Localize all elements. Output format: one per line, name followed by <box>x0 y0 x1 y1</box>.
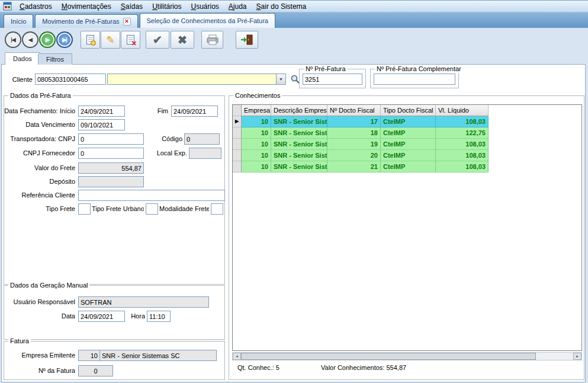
grid-row[interactable]: 10 SNR - Senior Sistem 21 CteIMP 108,03 <box>233 161 581 173</box>
menu-item-sair[interactable]: Sair do Sistema <box>252 2 311 11</box>
grid-row[interactable]: 10 SNR - Senior Sistem 20 CteIMP 108,03 <box>233 150 581 161</box>
geracao-data-input[interactable] <box>78 311 125 322</box>
grid-cell[interactable]: 10 <box>242 150 271 161</box>
print-button[interactable] <box>201 31 223 49</box>
grid-cell[interactable]: CteIMP <box>381 139 436 150</box>
column-header-empresa[interactable]: Empresa <box>242 105 271 116</box>
grid-cell[interactable]: 108,03 <box>436 150 489 161</box>
conhecimentos-grid[interactable]: Empresa Descrição Empresa Nº Docto Fisca… <box>232 104 582 351</box>
data-fechamento-inicio-input[interactable] <box>78 106 125 117</box>
pre-fatura-complementar-group: Nº Pré-Fatura Complementar <box>370 69 459 88</box>
fatura-group-title: Fatura <box>8 337 31 345</box>
grid-cell[interactable]: 108,03 <box>436 116 489 127</box>
menu-item-cadastros[interactable]: Cadastros <box>15 2 57 11</box>
insert-record-button[interactable] <box>81 31 100 49</box>
tipo-frete-urbano-label: Tipo Frete Urbano <box>92 203 144 215</box>
tipo-frete-input[interactable] <box>78 203 91 215</box>
numero-fatura-input[interactable] <box>78 365 113 376</box>
geracao-manual-group: Dados da Geração Manual Usuário Responsá… <box>4 285 225 340</box>
grid-row[interactable]: ▶ 10 SNR - Senior Sistem 17 CteIMP 108,0… <box>233 116 581 127</box>
last-record-button[interactable]: ▶| <box>56 31 73 48</box>
column-header-descricao-empresa[interactable]: Descrição Empresa <box>271 105 327 116</box>
grid-row[interactable]: 10 SNR - Senior Sistem 18 CteIMP 122,75 <box>233 127 581 139</box>
hora-input[interactable] <box>147 311 171 322</box>
modalidade-frete-input[interactable] <box>211 203 223 215</box>
grid-cell[interactable]: 10 <box>242 116 271 127</box>
pre-fatura-input[interactable] <box>303 74 362 85</box>
grid-cell[interactable]: 10 <box>242 127 271 139</box>
tab-movimento-pre-faturas[interactable]: Movimento de Pré-Faturas ✕ <box>35 14 137 28</box>
tab-inicio[interactable]: Início <box>4 14 33 28</box>
grid-cell[interactable]: SNR - Senior Sistem <box>271 161 327 173</box>
exit-button[interactable] <box>236 31 258 49</box>
tab-label: Seleção de Conhecimentos da Pré-Fatura <box>147 17 268 24</box>
local-exp-input[interactable] <box>189 148 221 159</box>
first-record-button[interactable]: |◀ <box>5 31 21 48</box>
usuario-responsavel-input[interactable] <box>78 296 209 308</box>
confirm-button[interactable]: ✔ <box>146 31 169 49</box>
prior-record-button[interactable]: ◀ <box>22 31 38 48</box>
grid-cell[interactable]: CteIMP <box>381 161 436 173</box>
scrollbar-thumb[interactable] <box>241 353 536 360</box>
column-header-tipo-docto-fiscal[interactable]: Tipo Docto Fiscal <box>381 105 436 116</box>
grid-cell[interactable]: 18 <box>327 127 381 139</box>
grid-cell[interactable]: SNR - Senior Sistem <box>271 127 327 139</box>
data-fechamento-fim-input[interactable] <box>171 106 218 117</box>
tab-filtros[interactable]: Filtros <box>38 53 72 65</box>
close-tab-icon[interactable]: ✕ <box>123 18 131 25</box>
grid-cell[interactable]: 108,03 <box>436 161 489 173</box>
pre-fatura-complementar-input[interactable] <box>374 74 455 85</box>
grid-cell[interactable]: 19 <box>327 139 381 150</box>
grid-cell[interactable]: 108,03 <box>436 139 489 150</box>
valor-frete-input[interactable] <box>78 162 144 174</box>
grid-cell[interactable]: SNR - Senior Sistem <box>271 150 327 161</box>
grid-cell[interactable]: CteIMP <box>381 150 436 161</box>
grid-cell[interactable]: CteIMP <box>381 127 436 139</box>
menu-item-utilitarios[interactable]: Utilitários <box>147 2 186 11</box>
grid-row[interactable]: 10 SNR - Senior Sistem 19 CteIMP 108,03 <box>233 139 581 150</box>
column-header-vl-liquido[interactable]: Vl. Líquido <box>436 105 489 116</box>
grid-cell[interactable]: 20 <box>327 150 381 161</box>
edit-record-button[interactable]: ✎ <box>101 31 120 49</box>
tab-selecao-conhecimentos[interactable]: Seleção de Conhecimentos da Pré-Fatura <box>140 13 275 28</box>
menu-item-saidas[interactable]: Saídas <box>116 2 147 11</box>
pencil-icon: ✎ <box>106 35 114 45</box>
grid-cell[interactable]: 122,75 <box>436 127 489 139</box>
codigo-input[interactable] <box>184 133 220 145</box>
grid-cell[interactable]: 17 <box>327 116 381 127</box>
menu-item-usuarios[interactable]: Usuários <box>186 2 223 11</box>
data-vencimento-input[interactable] <box>78 119 125 130</box>
grid-cell[interactable]: CteIMP <box>381 116 436 127</box>
cliente-combobox-value <box>108 74 276 84</box>
chevron-down-icon[interactable]: ▼ <box>276 74 285 84</box>
toolbar: |◀ ◀ ▶ ▶| ✎ ✕ ✔ ✖ <box>0 28 588 65</box>
tipo-frete-urbano-input[interactable] <box>146 203 158 215</box>
grid-cell[interactable]: SNR - Senior Sistem <box>271 116 327 127</box>
cliente-label: Cliente <box>9 74 33 85</box>
scrollbar-track[interactable] <box>536 353 573 360</box>
cliente-codigo-input[interactable] <box>35 74 106 85</box>
grid-cell[interactable]: 21 <box>327 161 381 173</box>
grid-horizontal-scrollbar[interactable]: ◄ ► <box>232 352 582 360</box>
next-record-button[interactable]: ▶ <box>39 31 56 48</box>
empresa-emitente-codigo-input[interactable] <box>78 350 100 361</box>
grid-cell[interactable]: 10 <box>242 161 271 173</box>
menu-item-movimentacoes[interactable]: Movimentações <box>57 2 116 11</box>
tab-dados[interactable]: Dados <box>5 52 40 65</box>
scroll-left-icon[interactable]: ◄ <box>233 353 241 360</box>
cliente-combobox[interactable]: ▼ <box>107 74 286 85</box>
menu-item-ajuda[interactable]: Ajuda <box>224 2 252 11</box>
grid-cell[interactable]: SNR - Senior Sistem <box>271 139 327 150</box>
transportadora-cnpj-input[interactable] <box>78 133 144 145</box>
cnpj-fornecedor-input[interactable] <box>78 148 144 159</box>
fatura-group: Fatura Empresa Emitente Nº da Fatura <box>4 341 225 380</box>
deposito-input[interactable] <box>78 176 144 187</box>
cancel-button[interactable]: ✖ <box>171 31 194 49</box>
column-header-num-docto-fiscal[interactable]: Nº Docto Fiscal <box>327 105 381 116</box>
delete-record-button[interactable]: ✕ <box>121 31 140 49</box>
scroll-right-icon[interactable]: ► <box>573 353 581 360</box>
menu-bar: Cadastros Movimentações Saídas Utilitári… <box>0 1 588 12</box>
referencia-cliente-input[interactable] <box>78 190 225 201</box>
empresa-emitente-nome-input[interactable] <box>99 350 217 361</box>
grid-cell[interactable]: 10 <box>242 139 271 150</box>
